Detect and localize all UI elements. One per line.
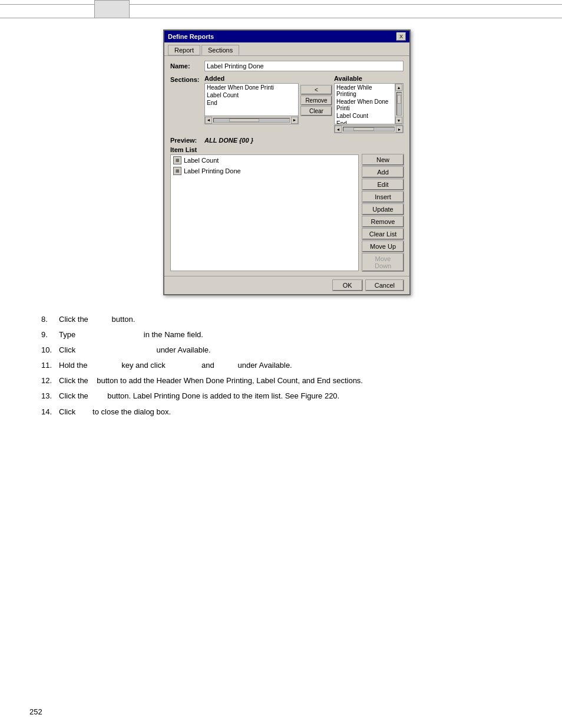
available-item-4: End — [335, 120, 394, 124]
step-num-8: 8. — [41, 313, 59, 326]
step-text-8: Click the button. — [59, 313, 533, 326]
remove-button[interactable]: Remove — [301, 96, 332, 105]
name-input[interactable] — [204, 61, 404, 71]
step-num-14: 14. — [41, 406, 59, 419]
remove-item-button[interactable]: Remove — [362, 216, 404, 227]
item-list-label-1: Label Count — [184, 157, 219, 164]
step-text-14: Click to close the dialog box. — [59, 406, 533, 419]
clear-button[interactable]: Clear — [301, 107, 332, 116]
added-scroll-left[interactable]: ◄ — [205, 117, 212, 124]
step-num-12: 12. — [41, 374, 59, 387]
sections-mid-buttons: < Remove Clear — [299, 83, 334, 116]
available-item-3: Label Count — [335, 112, 394, 120]
dialog-close-button[interactable]: X — [396, 32, 406, 41]
item-list-row-1: ▦ Label Count — [171, 155, 358, 166]
name-row: Name: — [170, 61, 404, 71]
cancel-button[interactable]: Cancel — [366, 280, 404, 291]
edit-button[interactable]: Edit — [362, 179, 404, 190]
sections-header-row: Added Available — [204, 75, 404, 82]
left-arrow-button[interactable]: < — [301, 85, 332, 94]
define-reports-dialog: Define Reports X Report Sections Name: S… — [163, 29, 411, 295]
page-tab — [94, 0, 130, 18]
step-text-11: Hold the key and click and under Availab… — [59, 359, 533, 372]
step-text-9: Type in the Name field. — [59, 328, 533, 341]
sections-body: Added Available Header When Done Printi … — [204, 75, 404, 133]
tab-report[interactable]: Report — [168, 45, 200, 55]
added-scroll-track — [213, 118, 290, 123]
added-header: Added — [204, 75, 299, 82]
dialog-title: Define Reports — [168, 33, 214, 40]
available-scroll-down[interactable]: ▼ — [395, 117, 402, 124]
preview-row: Preview: ALL DONE {00 } — [170, 137, 404, 144]
item-list-row-2: ▦ Label Printing Done — [171, 166, 358, 176]
move-down-button[interactable]: Move Down — [362, 253, 404, 271]
instruction-13: 13. Click the button. Label Printing Don… — [41, 390, 533, 403]
dialog-titlebar: Define Reports X — [164, 31, 409, 42]
available-item-2: Header When Done Printi — [335, 98, 394, 112]
available-scroll-track — [396, 92, 402, 116]
added-list: Header When Done Printi Label Count End … — [204, 83, 299, 124]
preview-text: ALL DONE {00 } — [204, 137, 253, 144]
added-item-2: Label Count — [205, 91, 298, 99]
added-list-scrollbar[interactable]: ◄ ► — [205, 116, 298, 124]
sections-content: Header When Done Printi Label Count End … — [204, 83, 404, 124]
available-header: Available — [334, 75, 404, 82]
page-top-bar — [0, 0, 562, 5]
dialog-tabs: Report Sections — [164, 42, 409, 56]
added-scroll-thumb — [229, 118, 259, 122]
update-button[interactable]: Update — [362, 204, 404, 215]
available-item-1: Header While Printing — [335, 84, 394, 98]
available-list-scrollbar[interactable]: ▲ ▼ — [395, 84, 403, 124]
item-list-area: ▦ Label Count ▦ Label Printing Done New … — [170, 154, 404, 271]
step-num-9: 9. — [41, 328, 59, 341]
insert-button[interactable]: Insert — [362, 192, 404, 202]
avail-hscroll-track — [343, 127, 395, 131]
avail-hscroll-right[interactable]: ► — [396, 126, 403, 133]
step-num-11: 11. — [41, 359, 59, 372]
sections-label: Sections: — [170, 76, 204, 83]
added-item-1: Header When Done Printi — [205, 84, 298, 91]
available-scroll-up[interactable]: ▲ — [395, 84, 402, 91]
dialog-body: Name: Sections: Added Available — [164, 56, 409, 276]
page-number: 252 — [29, 707, 42, 716]
item-list-box: ▦ Label Count ▦ Label Printing Done — [170, 154, 359, 271]
mid-spacer — [299, 75, 334, 82]
instruction-14: 14. Click to close the dialog box. — [41, 406, 533, 419]
clear-list-button[interactable]: Clear List — [362, 229, 404, 239]
added-item-3: End — [205, 99, 298, 107]
step-text-10: Click under Available. — [59, 344, 533, 357]
page-top-line — [0, 18, 562, 18]
available-scroll-thumb — [397, 95, 401, 104]
instruction-9: 9. Type in the Name field. — [41, 328, 533, 341]
new-button[interactable]: New — [362, 154, 404, 165]
item-icon-2: ▦ — [173, 167, 181, 175]
step-text-12: Click the button to add the Header When … — [59, 374, 533, 387]
added-scroll-right[interactable]: ► — [291, 117, 298, 124]
item-list-header: Item List — [170, 146, 404, 153]
avail-hscroll-left[interactable]: ◄ — [335, 126, 342, 133]
available-list: Header While Printing Header When Done P… — [334, 83, 404, 124]
item-list-buttons: New Add Edit Insert Update Remove Clear … — [362, 154, 404, 271]
avail-hscroll-thumb — [353, 127, 373, 131]
preview-label: Preview: — [170, 137, 204, 144]
move-up-button[interactable]: Move Up — [362, 241, 404, 252]
add-button[interactable]: Add — [362, 167, 404, 177]
dialog-footer: OK Cancel — [164, 276, 409, 294]
item-icon-1: ▦ — [173, 156, 181, 164]
step-num-10: 10. — [41, 344, 59, 357]
instruction-10: 10. Click under Available. — [41, 344, 533, 357]
name-label: Name: — [170, 62, 204, 70]
ok-button[interactable]: OK — [333, 280, 362, 291]
item-list-label-2: Label Printing Done — [184, 167, 241, 174]
available-hscrollbar[interactable]: ◄ ► — [334, 125, 404, 133]
instruction-12: 12. Click the button to add the Header W… — [41, 374, 533, 387]
sections-row: Sections: Added Available Header When Do… — [170, 75, 404, 133]
instruction-11: 11. Hold the key and click and under Ava… — [41, 359, 533, 372]
tab-sections[interactable]: Sections — [201, 45, 239, 55]
step-num-13: 13. — [41, 390, 59, 403]
instruction-8: 8. Click the button. — [41, 313, 533, 326]
instructions-section: 8. Click the button. 9. Type in the Name… — [29, 313, 544, 419]
step-text-13: Click the button. Label Printing Done is… — [59, 390, 533, 403]
